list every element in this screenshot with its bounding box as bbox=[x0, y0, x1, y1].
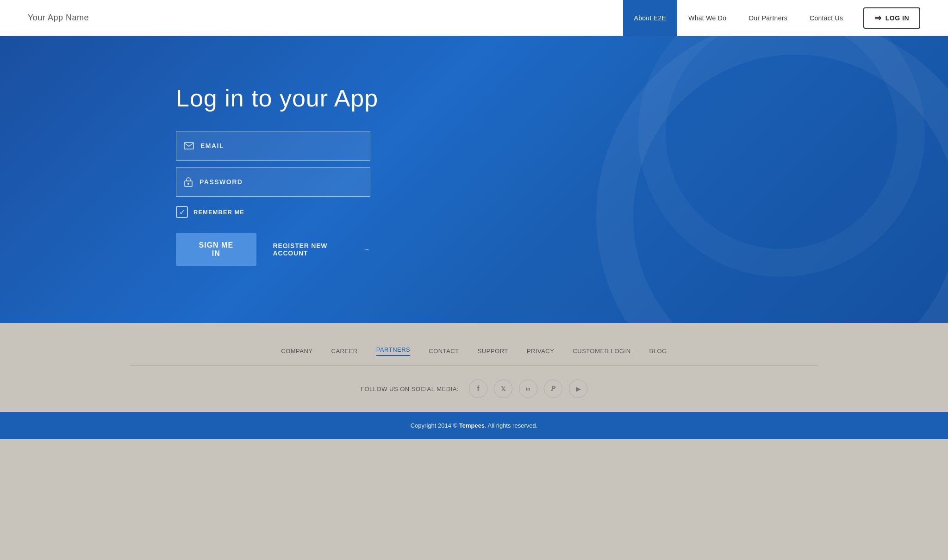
login-icon: ⇒ bbox=[874, 13, 882, 23]
footer-nav-blog[interactable]: BLOG bbox=[649, 348, 667, 355]
main-section: Log in to your App bbox=[0, 36, 948, 323]
linkedin-icon[interactable]: in bbox=[519, 380, 537, 398]
email-group bbox=[176, 131, 370, 161]
pinterest-icon[interactable]: 𝑃 bbox=[544, 380, 562, 398]
remember-label[interactable]: REMEMBER ME bbox=[193, 209, 244, 216]
svg-point-2 bbox=[187, 183, 189, 185]
remember-row: ✓ REMEMBER ME bbox=[176, 206, 370, 218]
email-icon bbox=[184, 142, 194, 149]
main-nav: About E2E What We Do Our Partners Contac… bbox=[623, 0, 920, 36]
sign-in-button[interactable]: SIGN ME IN bbox=[176, 233, 256, 266]
email-input[interactable] bbox=[200, 142, 362, 149]
footer-copyright: Copyright 2014 © Tempees. All rights res… bbox=[0, 412, 948, 439]
page-title: Log in to your App bbox=[176, 84, 378, 112]
nav-what-we-do[interactable]: What We Do bbox=[677, 0, 737, 36]
password-group bbox=[176, 167, 370, 197]
nav-contact[interactable]: Contact Us bbox=[798, 0, 854, 36]
nav-about[interactable]: About E2E bbox=[623, 0, 678, 36]
remember-checkbox[interactable]: ✓ bbox=[176, 206, 188, 218]
svg-rect-0 bbox=[184, 143, 193, 149]
footer-nav-contact[interactable]: CONTACT bbox=[429, 348, 459, 355]
twitter-icon[interactable]: 𝕏 bbox=[494, 380, 512, 398]
header: Your App Name About E2E What We Do Our P… bbox=[0, 0, 948, 36]
youtube-icon[interactable]: ▶ bbox=[569, 380, 587, 398]
lock-icon bbox=[184, 177, 193, 187]
footer-nav: COMPANY CAREER PARTNERS CONTACT SUPPORT … bbox=[0, 346, 948, 365]
action-row: SIGN ME IN REGISTER NEW ACCOUNT → bbox=[176, 233, 370, 266]
footer: COMPANY CAREER PARTNERS CONTACT SUPPORT … bbox=[0, 323, 948, 439]
social-row: FOLLOW US ON SOCIAL MEDIA: f 𝕏 in 𝑃 ▶ bbox=[0, 366, 948, 412]
login-button[interactable]: ⇒ LOG IN bbox=[863, 7, 920, 29]
login-form: ✓ REMEMBER ME SIGN ME IN REGISTER NEW AC… bbox=[176, 131, 370, 266]
footer-nav-partners[interactable]: PARTNERS bbox=[376, 346, 411, 356]
footer-nav-privacy[interactable]: PRIVACY bbox=[527, 348, 555, 355]
login-label: LOG IN bbox=[886, 14, 909, 22]
footer-nav-support[interactable]: SUPPORT bbox=[478, 348, 508, 355]
register-label: REGISTER NEW ACCOUNT bbox=[273, 242, 360, 257]
copyright-text: Copyright 2014 © Tempees. All rights res… bbox=[411, 422, 538, 429]
register-link[interactable]: REGISTER NEW ACCOUNT → bbox=[273, 242, 370, 257]
password-input[interactable] bbox=[200, 178, 362, 186]
checkmark-icon: ✓ bbox=[179, 208, 185, 217]
app-logo: Your App Name bbox=[28, 13, 89, 23]
nav-partners[interactable]: Our Partners bbox=[737, 0, 798, 36]
social-label: FOLLOW US ON SOCIAL MEDIA: bbox=[361, 386, 459, 392]
footer-nav-customer-login[interactable]: CUSTOMER LOGIN bbox=[573, 348, 630, 355]
copyright-link[interactable]: Tempees bbox=[459, 422, 485, 429]
footer-nav-career[interactable]: CAREER bbox=[331, 348, 358, 355]
facebook-icon[interactable]: f bbox=[469, 380, 487, 398]
register-arrow-icon: → bbox=[363, 246, 370, 253]
footer-nav-company[interactable]: COMPANY bbox=[281, 348, 312, 355]
